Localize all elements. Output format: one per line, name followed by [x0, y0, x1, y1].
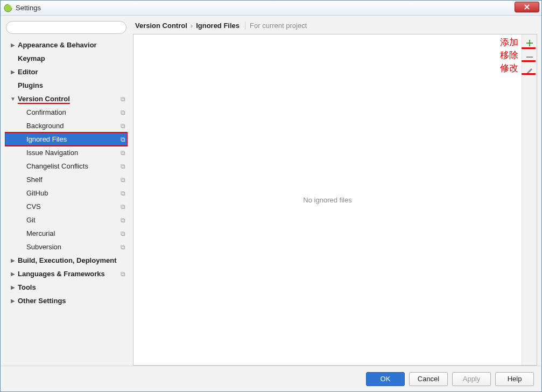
tree-item-build[interactable]: ▶Build, Execution, Deployment — [5, 254, 128, 267]
annotation-add: 添加 — [500, 36, 518, 48]
copy-icon: ⧉ — [118, 136, 128, 143]
annotation-underline — [522, 60, 536, 62]
tree-item-background[interactable]: Background⧉ — [5, 119, 128, 132]
tree-item-other-settings[interactable]: ▶Other Settings — [5, 294, 128, 307]
copy-icon: ⧉ — [118, 109, 128, 116]
content-panel: No ignored files 添加 移除 — [133, 34, 537, 366]
breadcrumb-sep: › — [191, 22, 193, 30]
tree-item-editor[interactable]: ▶Editor — [5, 65, 128, 79]
settings-window: Settings ▶Appearance & Behavior Keymap ▶… — [0, 0, 542, 392]
breadcrumb-seg-2: Ignored Files — [196, 22, 240, 30]
copy-icon: ⧉ — [118, 230, 128, 237]
ignored-files-list[interactable]: No ignored files — [133, 34, 522, 365]
window-title: Settings — [16, 4, 41, 12]
tree-item-keymap[interactable]: Keymap — [5, 52, 128, 65]
copy-icon: ⧉ — [118, 243, 128, 251]
breadcrumb-seg-1[interactable]: Version Control — [135, 22, 187, 30]
close-button[interactable] — [515, 2, 539, 12]
app-icon — [4, 4, 12, 12]
copy-icon: ⧉ — [118, 95, 128, 103]
cancel-button[interactable]: Cancel — [409, 372, 448, 386]
copy-icon: ⧉ — [118, 176, 128, 184]
titlebar[interactable]: Settings — [1, 1, 541, 16]
edit-button[interactable] — [523, 65, 536, 78]
close-icon — [524, 4, 530, 10]
ok-button[interactable]: OK — [366, 372, 405, 386]
breadcrumb-hint: For current project — [245, 22, 307, 30]
apply-button[interactable]: Apply — [452, 372, 491, 386]
side-toolbar: 添加 移除 修改 — [522, 34, 537, 365]
expand-icon: ▶ — [9, 257, 17, 263]
copy-icon: ⧉ — [118, 270, 128, 278]
tree-item-appearance[interactable]: ▶Appearance & Behavior — [5, 38, 128, 52]
collapse-icon: ▼ — [9, 96, 17, 102]
copy-icon: ⧉ — [118, 122, 128, 130]
tree-item-github[interactable]: GitHub⧉ — [5, 186, 128, 200]
dialog-body: ▶Appearance & Behavior Keymap ▶Editor Pl… — [1, 16, 541, 391]
annotation-remove: 移除 — [500, 49, 518, 61]
copy-icon: ⧉ — [118, 216, 128, 224]
tree-item-plugins[interactable]: Plugins — [5, 79, 128, 92]
expand-icon: ▶ — [9, 69, 17, 75]
tree-item-languages[interactable]: ▶Languages & Frameworks⧉ — [5, 267, 128, 281]
copy-icon: ⧉ — [118, 203, 128, 211]
tree-item-confirmation[interactable]: Confirmation⧉ — [5, 106, 128, 119]
tree-item-changelist-conflicts[interactable]: Changelist Conflicts⧉ — [5, 159, 128, 173]
expand-icon: ▶ — [9, 271, 17, 277]
annotation-edit: 修改 — [500, 62, 518, 74]
expand-icon: ▶ — [9, 42, 17, 48]
expand-icon: ▶ — [9, 298, 17, 304]
tree-item-git[interactable]: Git⧉ — [5, 213, 128, 227]
annotation-underline — [522, 73, 536, 75]
minus-icon — [526, 53, 533, 61]
tree-item-ignored-files[interactable]: Ignored Files⧉ — [5, 132, 128, 146]
search-holder — [6, 21, 126, 34]
tree-item-mercurial[interactable]: Mercurial⧉ — [5, 227, 128, 240]
empty-state-text: No ignored files — [303, 196, 351, 204]
tree-item-tools[interactable]: ▶Tools — [5, 281, 128, 294]
breadcrumb: Version Control › Ignored Files For curr… — [133, 20, 537, 34]
copy-icon: ⧉ — [118, 163, 128, 170]
settings-tree[interactable]: ▶Appearance & Behavior Keymap ▶Editor Pl… — [5, 38, 128, 366]
tree-item-issue-navigation[interactable]: Issue Navigation⧉ — [5, 146, 128, 159]
annotation-underline — [522, 47, 536, 49]
search-input[interactable] — [6, 21, 126, 34]
titlebar-background-text — [60, 3, 498, 12]
plus-icon — [526, 39, 533, 47]
tree-item-version-control[interactable]: ▼Version Control⧉ — [5, 92, 128, 106]
tree-item-cvs[interactable]: CVS⧉ — [5, 200, 128, 213]
expand-icon: ▶ — [9, 284, 17, 290]
tree-item-subversion[interactable]: Subversion⧉ — [5, 240, 128, 254]
left-panel: ▶Appearance & Behavior Keymap ▶Editor Pl… — [5, 20, 128, 366]
copy-icon: ⧉ — [118, 149, 128, 157]
copy-icon: ⧉ — [118, 190, 128, 197]
dialog-footer: OK Cancel Apply Help — [1, 366, 541, 391]
tree-item-shelf[interactable]: Shelf⧉ — [5, 173, 128, 186]
right-panel: Version Control › Ignored Files For curr… — [133, 20, 537, 366]
help-button[interactable]: Help — [495, 372, 534, 386]
